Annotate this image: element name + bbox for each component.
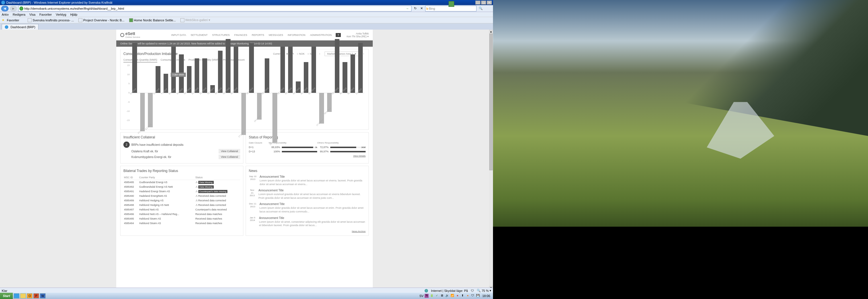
lang-indicator[interactable]: SV xyxy=(420,294,424,298)
tray-icon[interactable]: 💾 xyxy=(476,294,480,298)
fav-item-3[interactable]: WebSlice-galleri ▾ xyxy=(179,18,212,22)
nav-administration[interactable]: ADMINISTRATION xyxy=(310,34,332,36)
table-row[interactable]: 4585485Gudbrandsdal Energi AS⚠Data Missi… xyxy=(123,180,240,185)
tray-icon[interactable]: 🔋 xyxy=(430,294,434,298)
landscape-photo xyxy=(493,0,868,227)
tray-icon[interactable]: ● xyxy=(466,294,470,298)
tray-icon[interactable]: 🔊 xyxy=(445,294,449,298)
notification-badge[interactable]: 9 xyxy=(336,33,341,37)
news-title: News xyxy=(249,169,366,173)
tab-title: Dashboard (BRP) xyxy=(10,25,35,29)
nav-messages[interactable]: MESSAGES xyxy=(269,34,283,36)
start-button[interactable]: Start xyxy=(0,293,13,299)
chart-tabs: Consumption Quantity (MWh) Consumption A… xyxy=(121,58,368,64)
forward-button: ► xyxy=(10,6,17,11)
tray-icon[interactable]: ✓ xyxy=(435,294,439,298)
go-button[interactable]: → xyxy=(406,7,410,10)
collateral-row: Oslølens Kraft ek. förView Collateral xyxy=(131,149,240,154)
taskbar: Start O P W SV N 🔋 ✓ 🖥 🔊 📶 ● ⬆ ● 🛡 💾 18:… xyxy=(0,293,493,299)
chart-tooltip: 7,987 MWh xyxy=(171,73,186,77)
table-row[interactable]: 4585491Hadeland Energi Strøm AS⚠Counterp… xyxy=(123,189,240,194)
imbalance-chart: 151050-5-10-15 7,987 MWh 3.1.20144.1.201… xyxy=(123,64,366,127)
favorites-star-icon[interactable]: ★ xyxy=(2,18,5,22)
menu-redigera[interactable]: Redigera xyxy=(12,13,25,16)
nav-information[interactable]: INFORMATION xyxy=(287,34,305,36)
trades-title: Bilateral Trades by Reporting Status xyxy=(123,169,240,173)
globe-icon xyxy=(20,6,23,10)
chart-bars: 3.1.20144.1.20145.1.20146.1.20147.1.2014… xyxy=(131,64,365,122)
menu-arkiv[interactable]: Arkiv xyxy=(2,13,8,16)
currency-nok[interactable]: ○ NOK xyxy=(297,53,305,55)
table-row[interactable]: 4585490Hadeland EnergiNett AS⚠Received d… xyxy=(123,194,240,198)
news-item[interactable]: Dec 112013Announcement TitleLorem ipsum … xyxy=(249,202,366,213)
nav-input-data[interactable]: INPUT DATA xyxy=(171,34,186,36)
status-text: Klar xyxy=(2,289,7,293)
scroll-up-button[interactable]: ▲ xyxy=(489,30,493,34)
table-row[interactable]: 4585487Hafslund Nett ASCounterpart's dat… xyxy=(123,207,240,212)
tray-icon[interactable]: ● xyxy=(455,294,459,298)
table-row[interactable]: 4585485Hafslund Strøm ASReceived data ma… xyxy=(123,217,240,221)
taskbar-powerpoint[interactable]: P xyxy=(33,293,39,298)
browser-tab[interactable]: Dashboard (BRP) xyxy=(2,24,38,30)
table-row[interactable]: 4585484Hafslund Strøm ASReceived data ma… xyxy=(123,221,240,226)
window-titlebar: Dashboard (BRP) - Windows Internet Explo… xyxy=(0,0,493,5)
back-button[interactable]: ◄ xyxy=(1,6,8,11)
status-title: Status of Reporting xyxy=(249,135,366,139)
clock[interactable]: 18:06 xyxy=(481,294,491,298)
table-row[interactable]: 4585482Gudbrandsdal Energi AS Nett⚠Data … xyxy=(123,185,240,189)
vertical-scrollbar[interactable]: ▲ ▼ xyxy=(489,30,493,290)
scroll-thumb[interactable] xyxy=(489,34,493,170)
fav-item-1[interactable]: Project Overview - Nordic B... xyxy=(77,18,125,22)
table-row[interactable]: 4585489Hafslund Hedging AS⚠Received data… xyxy=(123,198,240,203)
tray-icon[interactable]: 📶 xyxy=(450,294,454,298)
y-axis: 151050-5-10-15 xyxy=(123,64,130,122)
taskbar-outlook[interactable]: O xyxy=(27,293,32,298)
address-bar[interactable]: http://demobank.unicornsystems.eu/esther… xyxy=(18,6,411,11)
view-collateral-button[interactable]: View Collateral xyxy=(219,149,240,154)
tray-icon[interactable]: ⬆ xyxy=(461,294,464,298)
tray-icon[interactable]: N xyxy=(425,294,429,298)
taskbar-explorer[interactable] xyxy=(20,293,26,298)
news-item[interactable]: Jan 52014Announcement TitleLorem ipsum d… xyxy=(249,217,366,227)
search-placeholder: Bing xyxy=(429,7,435,10)
news-item[interactable]: Sep 102013Announcement TitleLorem ipsum … xyxy=(249,175,366,186)
maximize-button[interactable]: ▢ xyxy=(481,1,486,5)
menu-visa[interactable]: Visa xyxy=(29,13,35,16)
menu-favoriter[interactable]: Favoriter xyxy=(39,13,52,16)
fav-item-0[interactable]: Svenska kraftnäts process- ... xyxy=(27,18,75,22)
security-zone: Internet | Skyddat läge: På xyxy=(431,289,468,293)
collateral-msg: BRPs have insufficient collateral deposi… xyxy=(131,143,184,146)
view-collateral-button[interactable]: View Collateral xyxy=(219,155,240,159)
refresh-button[interactable]: ↻ xyxy=(413,6,418,11)
fav-item-2[interactable]: Home Nordic Balance Settle... xyxy=(128,18,177,22)
zoom-control[interactable]: 🔍 75 % ▾ xyxy=(477,289,491,293)
tab-cons-qty[interactable]: Consumption Quantity (MWh) xyxy=(123,58,157,62)
taskbar-word[interactable]: W xyxy=(40,293,45,298)
nav-reports[interactable]: REPORTS xyxy=(252,34,264,36)
taskbar-ie[interactable] xyxy=(14,293,20,298)
news-item[interactable]: Nov 212013Announcement TitleLorem ipsum … xyxy=(249,189,366,200)
trades-table: MSC ID Counter Party Status 4585485Gudbr… xyxy=(123,175,240,226)
protected-mode-icon[interactable]: 🛡 xyxy=(471,289,474,293)
tray-icon[interactable]: 🛡 xyxy=(471,294,475,298)
view-details-link[interactable]: View Details xyxy=(249,155,366,157)
favorites-label[interactable]: Favoriter xyxy=(7,19,19,22)
stop-button[interactable]: ✕ xyxy=(419,6,424,11)
ie-icon xyxy=(5,25,8,29)
status-row: D+188,93%72,87% xyxy=(249,146,366,148)
nav-structures[interactable]: STRUCTURES xyxy=(212,34,230,36)
menu-verktyg[interactable]: Verktyg xyxy=(56,13,66,16)
user-box[interactable]: Anita Tolkki Ken Thi Sha (RE) ▾ xyxy=(346,32,369,38)
minimize-button[interactable]: _ xyxy=(475,1,480,5)
news-archive-link[interactable]: News Archive xyxy=(249,230,366,233)
table-row[interactable]: 4585488Hafslund Hedging AS Nett⚠Received… xyxy=(123,203,240,207)
collateral-title: Insufficient Collateral xyxy=(123,135,240,139)
tray-icon[interactable]: 🖥 xyxy=(440,294,444,298)
nav-settlement[interactable]: SETTLEMENT xyxy=(191,34,208,36)
search-button[interactable]: 🔍 xyxy=(477,6,484,11)
close-button[interactable]: ✕ xyxy=(487,1,492,5)
prev-area-button[interactable]: ‹ xyxy=(318,53,322,55)
nav-finances[interactable]: FINANCES xyxy=(234,34,247,36)
table-row[interactable]: 4585486Hafslund Nett AS – Hafslund Reg..… xyxy=(123,212,240,217)
menu-hjalp[interactable]: Hjälp xyxy=(70,13,77,16)
